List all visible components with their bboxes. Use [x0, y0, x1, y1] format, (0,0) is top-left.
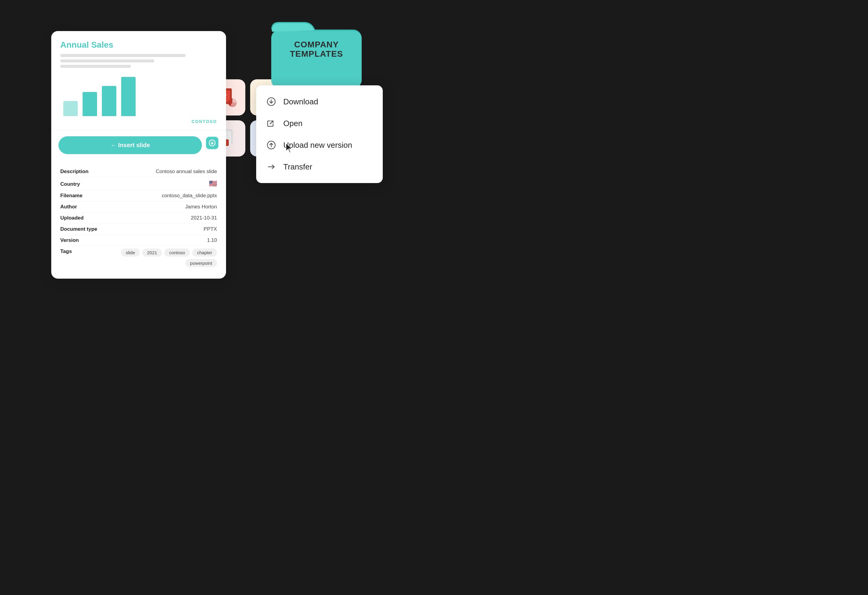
- chart-line-3: [60, 65, 131, 68]
- bar-1: [63, 101, 78, 116]
- version-value: 1.10: [207, 237, 217, 243]
- filename-label: Filename: [60, 193, 102, 199]
- context-menu: Download Open Upload new version: [256, 85, 383, 183]
- country-flag: 🇺🇸: [209, 180, 217, 188]
- tags-container: slide 2021 contoso chapter powerpoint: [121, 249, 217, 267]
- download-menu-item[interactable]: Download: [256, 91, 383, 112]
- chart-lines: [60, 54, 217, 68]
- doctype-row: Document type PPTX: [60, 224, 217, 235]
- chart-line-2: [60, 59, 154, 62]
- doctype-value: PPTX: [204, 226, 217, 232]
- download-slide-button[interactable]: [205, 136, 219, 149]
- author-value: James Horton: [185, 204, 217, 210]
- description-label: Description: [60, 169, 102, 175]
- uploaded-row: Uploaded 2021-10-31: [60, 213, 217, 224]
- slide-details-panel: Annual Sales CONTOSO ← Insert slide: [51, 31, 226, 279]
- insert-slide-label: ← Insert slide: [110, 142, 150, 149]
- bar-2: [83, 92, 97, 116]
- tags-row: Tags slide 2021 contoso chapter powerpoi…: [60, 246, 217, 269]
- folder-label: COMPANY TEMPLATES: [286, 40, 347, 59]
- bar-3: [102, 86, 116, 116]
- tag-slide: slide: [121, 249, 140, 257]
- insert-slide-button[interactable]: ← Insert slide: [59, 136, 202, 154]
- country-label: Country: [60, 181, 102, 187]
- filename-value: contoso_data_slide.pptx: [162, 193, 217, 199]
- uploaded-value: 2021-10-31: [191, 215, 217, 221]
- tag-2021: 2021: [142, 249, 162, 257]
- country-row: Country 🇺🇸: [60, 177, 217, 190]
- folder-icon: COMPANY TEMPLATES: [268, 13, 365, 91]
- upload-icon: [266, 140, 277, 151]
- open-icon: [266, 118, 277, 129]
- uploaded-label: Uploaded: [60, 215, 102, 221]
- open-label: Open: [283, 119, 303, 128]
- tag-contoso: contoso: [164, 249, 190, 257]
- transfer-icon: [266, 161, 277, 172]
- author-label: Author: [60, 204, 102, 210]
- version-label: Version: [60, 237, 102, 243]
- tags-label: Tags: [60, 249, 102, 255]
- upload-version-menu-item[interactable]: Upload new version: [256, 134, 383, 156]
- open-menu-item[interactable]: Open: [256, 112, 383, 134]
- version-row: Version 1.10: [60, 235, 217, 246]
- description-row: Description Contoso annual sales slide: [60, 166, 217, 177]
- download-icon: [266, 96, 277, 107]
- cursor: [285, 143, 294, 155]
- chart-brand: CONTOSO: [60, 119, 217, 124]
- transfer-label: Transfer: [283, 162, 312, 172]
- tag-chapter: chapter: [192, 249, 217, 257]
- doctype-label: Document type: [60, 226, 102, 232]
- chart-line-1: [60, 54, 186, 57]
- transfer-menu-item[interactable]: Transfer: [256, 156, 383, 178]
- svg-line-23: [270, 121, 273, 124]
- bar-chart: [60, 74, 217, 116]
- details-table: Description Contoso annual sales slide C…: [51, 160, 226, 279]
- author-row: Author James Horton: [60, 201, 217, 213]
- tag-powerpoint: powerpoint: [185, 259, 217, 267]
- chart-area: Annual Sales CONTOSO: [51, 31, 226, 130]
- bar-4: [121, 77, 136, 116]
- button-row: ← Insert slide: [51, 130, 226, 160]
- description-value: Contoso annual sales slide: [156, 169, 217, 175]
- filename-row: Filename contoso_data_slide.pptx: [60, 190, 217, 201]
- download-label: Download: [283, 97, 318, 107]
- chart-title: Annual Sales: [60, 40, 217, 50]
